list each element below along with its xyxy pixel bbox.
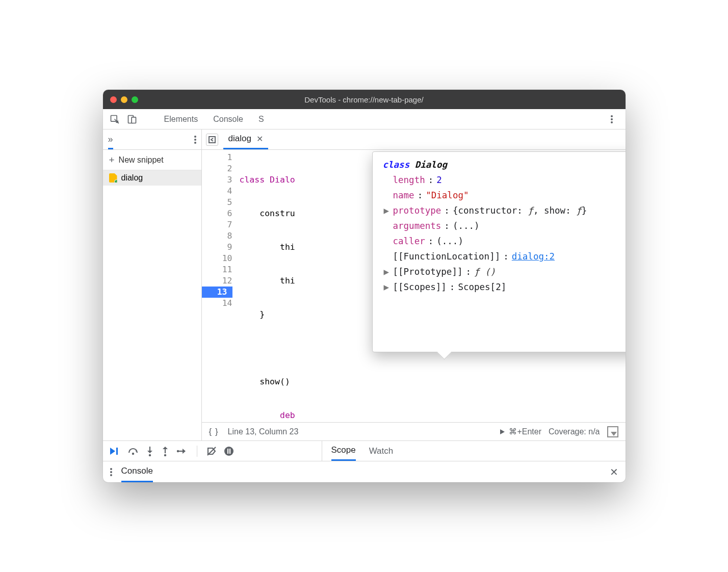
run-snippet-button[interactable]: ⌘+Enter [499,427,541,436]
svg-rect-17 [229,449,230,454]
svg-rect-9 [209,137,215,143]
popover-class-name: Dialog [415,160,447,170]
function-location-link[interactable]: dialog:2 [512,249,555,264]
main-tabs: Elements Console S [163,109,265,129]
expand-triangle-icon[interactable]: ▶ [384,279,390,295]
debug-controls [103,441,322,461]
tab-watch[interactable]: Watch [369,446,394,456]
editor-statusbar: { } Line 13, Column 23 ⌘+Enter Coverage:… [202,422,626,440]
snippet-item-label: dialog [121,173,143,183]
window-minimize-button[interactable] [121,96,127,103]
tab-console[interactable]: Console [212,115,244,124]
tab-scope[interactable]: Scope [331,441,356,461]
svg-point-18 [110,468,112,470]
popover-prop-function-location: [[FunctionLocation]]: dialog:2 [380,249,626,264]
svg-point-11 [132,452,134,454]
file-tab-dialog[interactable]: dialog ✕ [223,129,268,149]
line-gutter: 123456 789101112 1314 [202,150,238,422]
svg-point-7 [194,139,196,141]
svg-point-15 [224,447,233,456]
tab-sources-truncated[interactable]: S [257,115,265,124]
svg-point-19 [110,471,112,473]
debug-sidetabs: Scope Watch [322,441,403,461]
more-menu-icon[interactable] [604,112,619,127]
navigator-pane: » + New snippet dialog [103,129,202,440]
line-column-indicator: Line 13, Column 23 [228,427,299,436]
step-over-icon[interactable] [127,447,139,456]
navigator-more-icon[interactable] [194,136,196,144]
drawer-tab-console[interactable]: Console [121,461,153,482]
svg-point-20 [110,474,112,476]
svg-rect-16 [227,449,228,454]
navigator-expand-icon[interactable]: » [108,134,113,149]
snippet-item[interactable]: dialog [103,170,201,186]
deactivate-breakpoints-icon[interactable] [206,447,217,456]
format-button[interactable]: { } [209,427,219,437]
inspect-element-icon[interactable] [107,112,122,127]
navigate-back-icon[interactable] [206,134,218,146]
step-into-icon[interactable] [146,446,154,456]
devtools-window: DevTools - chrome://new-tab-page/ Elemen… [103,90,626,482]
expand-triangle-icon[interactable]: ▶ [384,203,390,218]
svg-point-4 [611,118,613,120]
run-hint: ⌘+Enter [509,427,541,436]
popover-prop-scopes[interactable]: ▶ [[Scopes]]: Scopes[2] [380,279,626,295]
new-snippet-label: New snippet [119,155,164,165]
collapse-editor-icon[interactable] [607,426,618,437]
svg-point-14 [176,450,178,452]
main-toolbar: Elements Console S [103,109,626,129]
step-out-icon[interactable] [161,446,169,456]
expand-triangle-icon[interactable]: ▶ [384,264,390,279]
svg-point-13 [164,454,166,456]
popover-prop-arguments[interactable]: arguments: (...) [380,218,626,233]
svg-point-5 [611,121,613,123]
svg-point-12 [148,454,150,456]
debugger-toolbar: Scope Watch [103,440,626,461]
file-tab-label: dialog [228,134,251,144]
popover-prop-prototype[interactable]: ▶ prototype: {constructor: ƒ, show: ƒ} [380,203,626,218]
new-snippet-button[interactable]: + New snippet [103,150,201,170]
popover-prop-length: length: 2 [380,172,626,188]
snippet-file-icon [109,173,117,183]
console-drawer: Console ✕ [103,461,626,482]
coverage-indicator: Coverage: n/a [549,427,600,436]
popover-prop-internal-prototype[interactable]: ▶ [[Prototype]]: ƒ () [380,264,626,279]
pause-on-exceptions-icon[interactable] [224,446,234,456]
resume-icon[interactable] [109,447,120,456]
titlebar: DevTools - chrome://new-tab-page/ [103,90,626,109]
popover-prop-caller[interactable]: caller: (...) [380,233,626,249]
svg-point-3 [611,115,613,117]
popover-prop-name: name: "Dialog" [380,188,626,203]
window-close-button[interactable] [110,96,117,103]
drawer-more-icon[interactable] [110,468,112,476]
device-toggle-icon[interactable] [124,112,140,127]
plus-icon: + [109,154,115,166]
traffic-lights [110,96,138,103]
svg-point-6 [194,136,196,138]
object-preview-popover: class Dialog length: 2 name: "Dialog" ▶ … [372,151,626,352]
popover-class-keyword: class [383,160,410,170]
file-tabbar: dialog ✕ [202,129,626,150]
svg-rect-10 [116,448,118,455]
window-title: DevTools - chrome://new-tab-page/ [103,95,626,104]
play-icon [499,428,506,435]
navigator-tabbar: » [103,129,201,150]
close-icon[interactable]: ✕ [256,134,263,144]
drawer-close-icon[interactable]: ✕ [610,466,618,478]
svg-point-8 [194,142,196,144]
tab-elements[interactable]: Elements [163,115,199,124]
svg-rect-2 [132,117,136,123]
window-maximize-button[interactable] [132,96,138,103]
step-icon[interactable] [176,447,188,455]
